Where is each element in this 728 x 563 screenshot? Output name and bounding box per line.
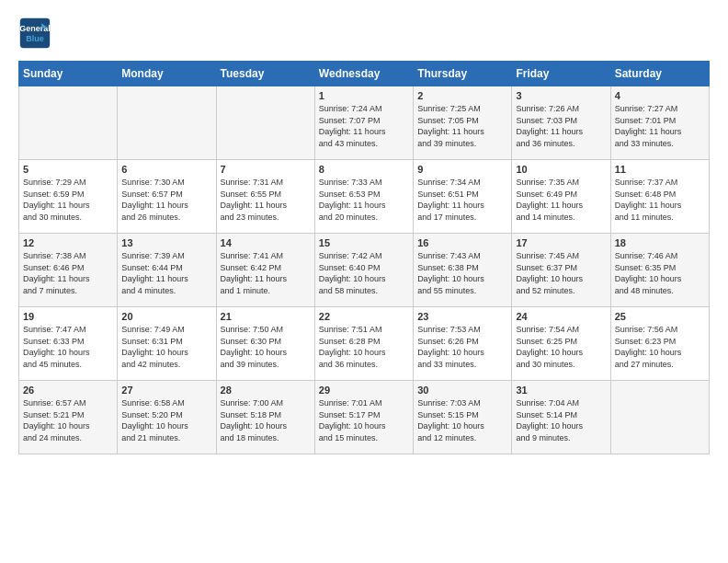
day-number: 13 xyxy=(121,237,211,248)
day-info: Sunrise: 7:00 AM Sunset: 5:18 PM Dayligh… xyxy=(221,397,311,443)
day-info: Sunrise: 7:42 AM Sunset: 6:40 PM Dayligh… xyxy=(319,250,409,296)
day-number: 2 xyxy=(417,90,507,101)
day-info: Sunrise: 7:39 AM Sunset: 6:44 PM Dayligh… xyxy=(121,250,211,296)
day-number: 12 xyxy=(23,237,113,248)
day-info: Sunrise: 7:38 AM Sunset: 6:46 PM Dayligh… xyxy=(23,250,113,296)
day-info: Sunrise: 7:37 AM Sunset: 6:48 PM Dayligh… xyxy=(615,177,705,223)
day-info: Sunrise: 7:25 AM Sunset: 7:05 PM Dayligh… xyxy=(417,103,507,149)
day-info: Sunrise: 7:03 AM Sunset: 5:15 PM Dayligh… xyxy=(417,397,507,443)
header: General Blue xyxy=(18,17,710,50)
day-info: Sunrise: 7:35 AM Sunset: 6:49 PM Dayligh… xyxy=(516,177,606,223)
day-number: 30 xyxy=(417,385,507,396)
calendar-cell: 25Sunrise: 7:56 AM Sunset: 6:23 PM Dayli… xyxy=(610,307,709,381)
calendar-cell: 13Sunrise: 7:39 AM Sunset: 6:44 PM Dayli… xyxy=(118,234,216,307)
day-info: Sunrise: 7:41 AM Sunset: 6:42 PM Dayligh… xyxy=(221,250,311,296)
day-info: Sunrise: 7:46 AM Sunset: 6:35 PM Dayligh… xyxy=(615,250,705,296)
calendar-cell: 22Sunrise: 7:51 AM Sunset: 6:28 PM Dayli… xyxy=(314,307,413,381)
day-number: 1 xyxy=(319,90,409,101)
days-row: SundayMondayTuesdayWednesdayThursdayFrid… xyxy=(19,62,710,86)
calendar-cell: 14Sunrise: 7:41 AM Sunset: 6:42 PM Dayli… xyxy=(216,234,314,307)
day-info: Sunrise: 7:01 AM Sunset: 5:17 PM Dayligh… xyxy=(319,397,409,443)
calendar-week: 5Sunrise: 7:29 AM Sunset: 6:59 PM Daylig… xyxy=(19,160,710,234)
calendar-cell: 11Sunrise: 7:37 AM Sunset: 6:48 PM Dayli… xyxy=(610,160,709,234)
day-number: 31 xyxy=(516,385,606,396)
header-day: Friday xyxy=(512,62,610,86)
calendar-body: 1Sunrise: 7:24 AM Sunset: 7:07 PM Daylig… xyxy=(19,86,710,454)
calendar-cell: 3Sunrise: 7:26 AM Sunset: 7:03 PM Daylig… xyxy=(512,86,610,160)
header-day: Sunday xyxy=(19,62,118,86)
day-number: 22 xyxy=(319,311,409,322)
day-number: 9 xyxy=(417,164,507,175)
day-info: Sunrise: 7:45 AM Sunset: 6:37 PM Dayligh… xyxy=(516,250,606,296)
day-number: 25 xyxy=(615,311,705,322)
day-number: 3 xyxy=(516,90,606,101)
calendar-cell: 7Sunrise: 7:31 AM Sunset: 6:55 PM Daylig… xyxy=(216,160,314,234)
calendar-cell: 15Sunrise: 7:42 AM Sunset: 6:40 PM Dayli… xyxy=(314,234,413,307)
calendar-week: 19Sunrise: 7:47 AM Sunset: 6:33 PM Dayli… xyxy=(19,307,710,381)
header-day: Saturday xyxy=(610,62,709,86)
header-day: Wednesday xyxy=(314,62,413,86)
day-number: 23 xyxy=(417,311,507,322)
calendar-cell xyxy=(610,381,709,454)
logo-icon: General Blue xyxy=(18,17,51,50)
day-info: Sunrise: 6:57 AM Sunset: 5:21 PM Dayligh… xyxy=(23,397,113,443)
logo: General Blue xyxy=(18,17,55,50)
day-info: Sunrise: 7:53 AM Sunset: 6:26 PM Dayligh… xyxy=(417,324,507,370)
calendar-cell: 21Sunrise: 7:50 AM Sunset: 6:30 PM Dayli… xyxy=(216,307,314,381)
calendar-cell: 16Sunrise: 7:43 AM Sunset: 6:38 PM Dayli… xyxy=(414,234,512,307)
day-number: 27 xyxy=(121,385,211,396)
day-number: 7 xyxy=(221,164,311,175)
calendar-table: SundayMondayTuesdayWednesdayThursdayFrid… xyxy=(18,61,710,454)
calendar-cell: 20Sunrise: 7:49 AM Sunset: 6:31 PM Dayli… xyxy=(118,307,216,381)
day-info: Sunrise: 7:24 AM Sunset: 7:07 PM Dayligh… xyxy=(319,103,409,149)
calendar-cell: 9Sunrise: 7:34 AM Sunset: 6:51 PM Daylig… xyxy=(414,160,512,234)
calendar-cell: 28Sunrise: 7:00 AM Sunset: 5:18 PM Dayli… xyxy=(216,381,314,454)
day-info: Sunrise: 7:56 AM Sunset: 6:23 PM Dayligh… xyxy=(615,324,705,370)
day-number: 11 xyxy=(615,164,705,175)
day-info: Sunrise: 7:49 AM Sunset: 6:31 PM Dayligh… xyxy=(121,324,211,370)
day-info: Sunrise: 7:47 AM Sunset: 6:33 PM Dayligh… xyxy=(23,324,113,370)
calendar-cell: 2Sunrise: 7:25 AM Sunset: 7:05 PM Daylig… xyxy=(414,86,512,160)
day-info: Sunrise: 7:51 AM Sunset: 6:28 PM Dayligh… xyxy=(319,324,409,370)
calendar-cell: 23Sunrise: 7:53 AM Sunset: 6:26 PM Dayli… xyxy=(414,307,512,381)
calendar-cell xyxy=(118,86,216,160)
calendar-cell: 4Sunrise: 7:27 AM Sunset: 7:01 PM Daylig… xyxy=(610,86,709,160)
day-number: 17 xyxy=(516,237,606,248)
day-info: Sunrise: 7:31 AM Sunset: 6:55 PM Dayligh… xyxy=(221,177,311,223)
header-day: Thursday xyxy=(414,62,512,86)
day-info: Sunrise: 7:29 AM Sunset: 6:59 PM Dayligh… xyxy=(23,177,113,223)
day-info: Sunrise: 7:26 AM Sunset: 7:03 PM Dayligh… xyxy=(516,103,606,149)
day-number: 16 xyxy=(417,237,507,248)
calendar-cell: 12Sunrise: 7:38 AM Sunset: 6:46 PM Dayli… xyxy=(19,234,118,307)
calendar-week: 1Sunrise: 7:24 AM Sunset: 7:07 PM Daylig… xyxy=(19,86,710,160)
calendar-cell: 10Sunrise: 7:35 AM Sunset: 6:49 PM Dayli… xyxy=(512,160,610,234)
day-number: 14 xyxy=(221,237,311,248)
day-number: 29 xyxy=(319,385,409,396)
day-number: 10 xyxy=(516,164,606,175)
day-info: Sunrise: 7:34 AM Sunset: 6:51 PM Dayligh… xyxy=(417,177,507,223)
svg-text:Blue: Blue xyxy=(26,34,44,43)
day-info: Sunrise: 7:27 AM Sunset: 7:01 PM Dayligh… xyxy=(615,103,705,149)
day-info: Sunrise: 7:33 AM Sunset: 6:53 PM Dayligh… xyxy=(319,177,409,223)
svg-text:General: General xyxy=(19,24,51,33)
day-number: 28 xyxy=(221,385,311,396)
day-number: 5 xyxy=(23,164,113,175)
calendar-cell xyxy=(216,86,314,160)
day-info: Sunrise: 7:54 AM Sunset: 6:25 PM Dayligh… xyxy=(516,324,606,370)
calendar-week: 26Sunrise: 6:57 AM Sunset: 5:21 PM Dayli… xyxy=(19,381,710,454)
day-number: 4 xyxy=(615,90,705,101)
day-info: Sunrise: 6:58 AM Sunset: 5:20 PM Dayligh… xyxy=(121,397,211,443)
calendar-cell: 24Sunrise: 7:54 AM Sunset: 6:25 PM Dayli… xyxy=(512,307,610,381)
page-container: General Blue SundayMondayTuesdayWednesda… xyxy=(0,0,728,464)
header-day: Tuesday xyxy=(216,62,314,86)
header-day: Monday xyxy=(118,62,216,86)
day-number: 21 xyxy=(221,311,311,322)
day-info: Sunrise: 7:50 AM Sunset: 6:30 PM Dayligh… xyxy=(221,324,311,370)
calendar-cell: 30Sunrise: 7:03 AM Sunset: 5:15 PM Dayli… xyxy=(414,381,512,454)
calendar-cell: 29Sunrise: 7:01 AM Sunset: 5:17 PM Dayli… xyxy=(314,381,413,454)
day-number: 6 xyxy=(121,164,211,175)
calendar-cell: 17Sunrise: 7:45 AM Sunset: 6:37 PM Dayli… xyxy=(512,234,610,307)
calendar-cell: 5Sunrise: 7:29 AM Sunset: 6:59 PM Daylig… xyxy=(19,160,118,234)
calendar-week: 12Sunrise: 7:38 AM Sunset: 6:46 PM Dayli… xyxy=(19,234,710,307)
day-info: Sunrise: 7:43 AM Sunset: 6:38 PM Dayligh… xyxy=(417,250,507,296)
